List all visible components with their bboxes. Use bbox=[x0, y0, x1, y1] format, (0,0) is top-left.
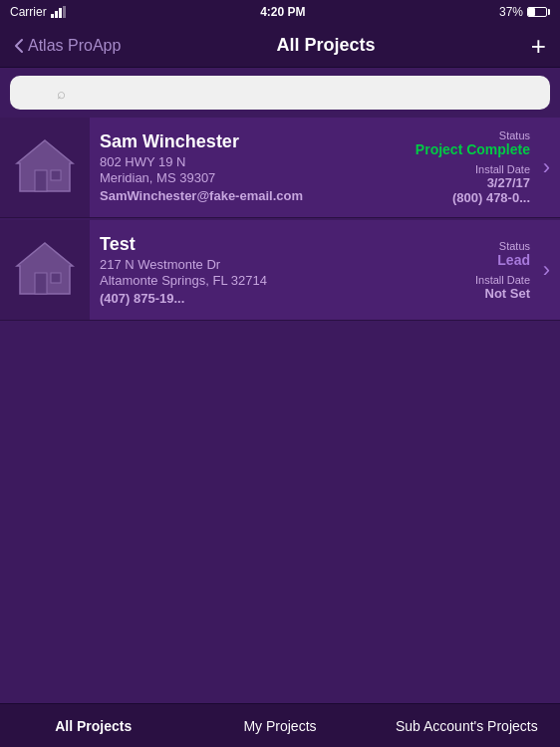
chevron-right-icon-1: › bbox=[543, 154, 550, 180]
nav-bar: Atlas ProApp All Projects + bbox=[0, 24, 560, 68]
install-label-1: Install Date bbox=[475, 163, 530, 175]
status-bar-time: 4:20 PM bbox=[260, 5, 305, 19]
project-icon-area-1 bbox=[0, 118, 90, 217]
svg-rect-8 bbox=[35, 273, 47, 294]
install-value-2: Not Set bbox=[485, 286, 531, 301]
svg-rect-5 bbox=[35, 170, 47, 191]
add-project-button[interactable]: + bbox=[531, 33, 546, 59]
phone-1: (800) 478-0... bbox=[452, 190, 530, 205]
battery-icon bbox=[527, 7, 550, 17]
install-value-1: 3/27/17 bbox=[487, 175, 530, 190]
signal-icon bbox=[51, 6, 67, 18]
project-address-2: 217 N Westmonte Dr bbox=[100, 257, 411, 272]
install-label-2: Install Date bbox=[475, 274, 530, 286]
house-icon-2 bbox=[15, 238, 75, 302]
battery-percent: 37% bbox=[499, 5, 523, 19]
project-city-1: Meridian, MS 39307 bbox=[100, 170, 396, 185]
carrier-label: Carrier bbox=[10, 5, 47, 19]
search-box: ⌕ bbox=[10, 76, 550, 110]
chevron-right-icon-2: › bbox=[543, 257, 550, 283]
tab-sub-account[interactable]: Sub Account's Projects bbox=[374, 708, 560, 744]
search-input[interactable] bbox=[72, 85, 504, 101]
svg-rect-1 bbox=[55, 11, 58, 18]
project-card-1[interactable]: Sam Winchester 802 HWY 19 N Meridian, MS… bbox=[0, 118, 560, 218]
back-button[interactable]: Atlas ProApp bbox=[14, 37, 121, 55]
svg-rect-6 bbox=[51, 170, 61, 180]
status-bar-right: 37% bbox=[499, 5, 550, 19]
status-label-2: Status bbox=[499, 240, 530, 252]
project-info-2: Test 217 N Westmonte Dr Altamonte Spring… bbox=[90, 220, 420, 320]
tab-all-projects[interactable]: All Projects bbox=[0, 708, 186, 744]
status-label-1: Status bbox=[499, 129, 530, 141]
project-info-1: Sam Winchester 802 HWY 19 N Meridian, MS… bbox=[90, 118, 406, 217]
project-phone-2: (407) 875-19... bbox=[100, 291, 411, 306]
search-container: ⌕ bbox=[0, 68, 560, 118]
tab-my-projects[interactable]: My Projects bbox=[186, 708, 373, 744]
back-chevron-icon bbox=[14, 38, 24, 54]
project-card-2[interactable]: Test 217 N Westmonte Dr Altamonte Spring… bbox=[0, 220, 560, 321]
project-address-1: 802 HWY 19 N bbox=[100, 154, 396, 169]
svg-rect-3 bbox=[63, 6, 66, 18]
tab-bar: All Projects My Projects Sub Account's P… bbox=[0, 703, 560, 747]
svg-rect-0 bbox=[51, 14, 54, 18]
project-city-2: Altamonte Springs, FL 32714 bbox=[100, 273, 411, 288]
search-icon: ⌕ bbox=[57, 85, 66, 102]
back-label: Atlas ProApp bbox=[28, 37, 121, 55]
project-email-1: SamWinchester@fake-email.com bbox=[100, 188, 396, 203]
project-status-area-2: Status Lead Install Date Not Set bbox=[420, 220, 560, 320]
status-bar-left: Carrier bbox=[10, 5, 67, 19]
project-status-area-1: Status Project Complete Install Date 3/2… bbox=[406, 118, 560, 217]
status-bar: Carrier 4:20 PM 37% bbox=[0, 0, 560, 24]
project-list: Sam Winchester 802 HWY 19 N Meridian, MS… bbox=[0, 118, 560, 321]
svg-rect-2 bbox=[59, 8, 62, 18]
svg-rect-9 bbox=[51, 273, 61, 283]
project-name-2: Test bbox=[100, 234, 411, 255]
status-value-1: Project Complete bbox=[416, 141, 530, 157]
project-icon-area-2 bbox=[0, 220, 90, 320]
project-name-1: Sam Winchester bbox=[100, 131, 396, 152]
page-title: All Projects bbox=[277, 35, 376, 56]
house-icon-1 bbox=[15, 135, 75, 199]
status-value-2: Lead bbox=[497, 252, 530, 268]
